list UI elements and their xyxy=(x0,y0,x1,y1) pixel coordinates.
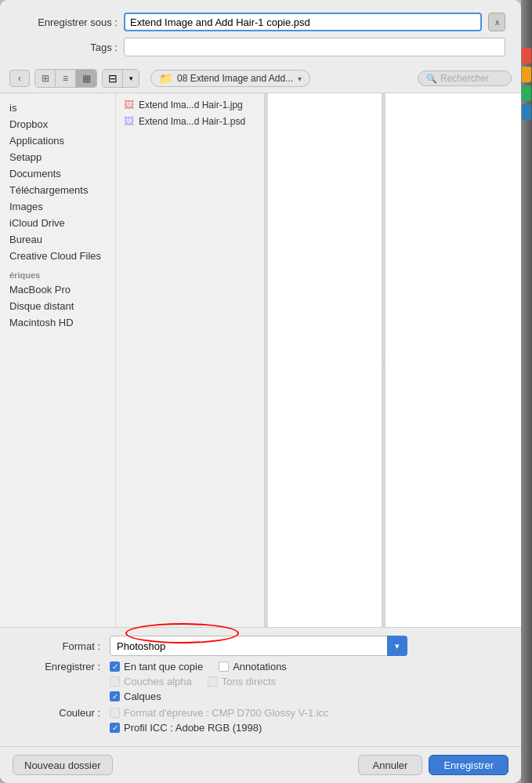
checkbox-calques-box[interactable]: ✓ xyxy=(110,691,120,701)
checkbox-profil-label: Profil ICC : Adobe RGB (1998) xyxy=(124,722,262,734)
checkboxes-row-3: ✓ Calques xyxy=(110,691,287,702)
column-view-button[interactable]: ▦ xyxy=(76,70,96,87)
sidebar-item-macbook[interactable]: MacBook Pro xyxy=(0,281,115,298)
save-button[interactable]: Enregistrer xyxy=(429,755,508,775)
tags-input[interactable] xyxy=(124,38,505,56)
checkbox-calques[interactable]: ✓ Calques xyxy=(110,691,161,702)
sidebar-item-applications[interactable]: Applications xyxy=(0,132,115,149)
location-chevron-icon: ▾ xyxy=(298,74,302,83)
checkbox-copie[interactable]: ✓ En tant que copie xyxy=(110,661,203,672)
format-select-wrapper: Photoshop ▾ xyxy=(110,636,407,656)
checkbox-alpha[interactable]: Couches alpha xyxy=(110,676,192,687)
psd-file-icon: 🖼 xyxy=(124,115,134,127)
empty-column-2 xyxy=(385,93,521,627)
search-icon: 🔍 xyxy=(426,74,437,84)
search-placeholder: Rechercher xyxy=(440,73,489,84)
list-item[interactable]: 🖼 Extend Ima...d Hair-1.psd xyxy=(116,113,264,129)
checkbox-calques-label: Calques xyxy=(124,691,161,702)
action-group: ⊟ ▾ xyxy=(102,69,139,88)
file-column: 🖼 Extend Ima...d Hair-1.jpg 🖼 Extend Ima… xyxy=(116,93,265,627)
sidebar-item-images[interactable]: Images xyxy=(0,198,115,215)
sidebar-section-periques: ériques xyxy=(0,264,115,281)
action-dropdown-icon: ▾ xyxy=(129,74,133,82)
column-view-icon: ▦ xyxy=(82,73,91,84)
sidebar-item-documents[interactable]: Documents xyxy=(0,165,115,182)
sidebar-item-macintosh[interactable]: Macintosh HD xyxy=(0,314,115,331)
color-options-container: Format d'épreuve : CMP D700 Glossy V-1.i… xyxy=(110,707,329,734)
checkbox-annotations[interactable]: Annotations xyxy=(219,661,287,672)
file-area: 🖼 Extend Ima...d Hair-1.jpg 🖼 Extend Ima… xyxy=(116,93,521,627)
list-item[interactable]: 🖼 Extend Ima...d Hair-1.jpg xyxy=(116,96,264,113)
checkboxes-row-1: ✓ En tant que copie Annotations xyxy=(110,661,287,672)
folder-icon: 📁 xyxy=(159,72,172,85)
jpg-file-icon: 🖼 xyxy=(124,99,134,111)
sidebar-item-is[interactable]: is xyxy=(0,100,115,116)
checkbox-tons-box[interactable] xyxy=(208,676,218,687)
list-view-button[interactable]: ≡ xyxy=(56,70,76,87)
checkbox-epreuve[interactable]: Format d'épreuve : CMP D700 Glossy V-1.i… xyxy=(110,707,329,719)
right-edge-decoration xyxy=(521,0,532,783)
sidebar-item-setapp[interactable]: Setapp xyxy=(0,149,115,165)
action-dropdown-button[interactable]: ▾ xyxy=(123,70,139,87)
checkbox-profil[interactable]: ✓ Profil ICC : Adobe RGB (1998) xyxy=(110,722,329,734)
checkbox-epreuve-box[interactable] xyxy=(110,708,120,718)
location-text: 08 Extend Image and Add... xyxy=(177,73,293,84)
icon-view-icon: ⊞ xyxy=(42,73,49,84)
back-button[interactable]: ‹ xyxy=(9,70,30,87)
action-button[interactable]: ⊟ xyxy=(103,70,123,87)
filename-label: Enregistrer sous : xyxy=(16,16,118,28)
check-icon-2: ✓ xyxy=(112,692,118,701)
empty-column-1 xyxy=(268,93,382,627)
chevron-up-icon: ∧ xyxy=(494,18,500,27)
sidebar-item-creative-cloud[interactable]: Creative Cloud Files xyxy=(0,248,115,264)
checkbox-tons[interactable]: Tons directs xyxy=(208,676,276,687)
sidebar-item-dropbox[interactable]: Dropbox xyxy=(0,116,115,132)
checkbox-alpha-label: Couches alpha xyxy=(124,676,192,687)
view-toggle-group: ⊞ ≡ ▦ xyxy=(34,69,97,88)
action-buttons: Annuler Enregistrer xyxy=(358,755,508,775)
checkbox-profil-box[interactable]: ✓ xyxy=(110,723,120,733)
edge-accent-green xyxy=(522,85,531,101)
checkboxes-row-2: Couches alpha Tons directs xyxy=(110,676,287,687)
check-icon: ✓ xyxy=(112,662,118,671)
checkbox-alpha-box[interactable] xyxy=(110,676,120,687)
format-select[interactable]: Photoshop xyxy=(110,636,407,656)
bottom-options: Format : Photoshop ▾ Enregistrer : ✓ xyxy=(0,627,521,746)
new-folder-button[interactable]: Nouveau dossier xyxy=(13,755,113,775)
checkbox-copie-box[interactable]: ✓ xyxy=(110,662,120,672)
sidebar-item-telechargements[interactable]: Téléchargements xyxy=(0,182,115,198)
file-name: Extend Ima...d Hair-1.psd xyxy=(139,116,245,127)
edge-accent-red xyxy=(522,48,531,63)
checkbox-annotations-box[interactable] xyxy=(219,662,229,672)
sidebar-item-bureau[interactable]: Bureau xyxy=(0,231,115,248)
cancel-button[interactable]: Annuler xyxy=(358,755,423,775)
format-label: Format : xyxy=(16,640,110,652)
couleur-label: Couleur : xyxy=(16,707,110,719)
bottom-buttons: Nouveau dossier Annuler Enregistrer xyxy=(0,746,521,783)
back-icon: ‹ xyxy=(18,73,21,84)
tags-label: Tags : xyxy=(16,42,118,53)
sidebar: is Dropbox Applications Setapp Documents… xyxy=(0,93,116,627)
location-bar: 📁 08 Extend Image and Add... ▾ xyxy=(150,70,407,87)
checkbox-epreuve-label: Format d'épreuve : CMP D700 Glossy V-1.i… xyxy=(124,707,329,719)
resize-dots: ⋮ xyxy=(381,357,387,364)
edge-accent-blue xyxy=(522,104,531,120)
location-pill[interactable]: 📁 08 Extend Image and Add... ▾ xyxy=(150,70,310,87)
file-name: Extend Ima...d Hair-1.jpg xyxy=(139,100,243,111)
checkbox-copie-label: En tant que copie xyxy=(124,661,203,672)
checkboxes-container: ✓ En tant que copie Annotations Couches … xyxy=(110,661,287,702)
list-view-icon: ≡ xyxy=(63,73,68,84)
filename-chevron-button[interactable]: ∧ xyxy=(488,13,505,31)
filename-input[interactable] xyxy=(124,13,482,31)
resize-handle-2[interactable]: ⋮ xyxy=(382,93,385,627)
check-icon-3: ✓ xyxy=(112,723,118,732)
search-box[interactable]: 🔍 Rechercher xyxy=(418,71,512,86)
enregistrer-label: Enregistrer : xyxy=(16,661,110,672)
action-icon: ⊟ xyxy=(108,72,118,85)
sidebar-item-icloud[interactable]: iCloud Drive xyxy=(0,215,115,231)
checkbox-tons-label: Tons directs xyxy=(222,676,276,687)
sidebar-item-disque[interactable]: Disque distant xyxy=(0,298,115,314)
icon-view-button[interactable]: ⊞ xyxy=(35,70,56,87)
checkbox-annotations-label: Annotations xyxy=(233,661,287,672)
edge-accent-orange xyxy=(522,67,531,82)
